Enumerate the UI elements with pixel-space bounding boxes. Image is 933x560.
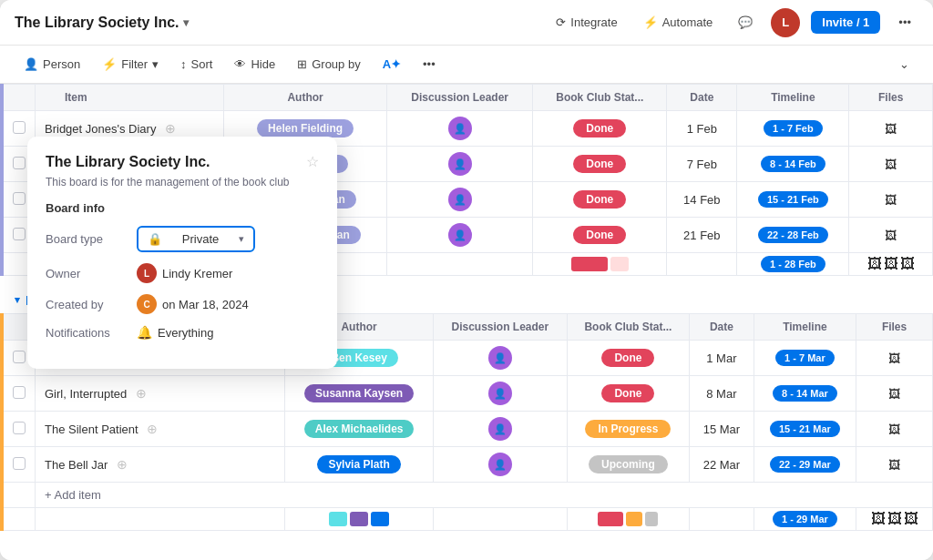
notifications-label: Notifications [46,326,128,340]
popup-overlay: The Library Society Inc. ☆ This board is… [0,84,933,560]
created-avatar: C [137,294,157,314]
created-by-value: C on Mar 18, 2024 [137,294,249,314]
automate-icon: ⚡ [643,15,658,29]
lock-icon: 🔒 [148,232,162,246]
hide-button[interactable]: 👁 Hide [225,54,284,75]
created-date: on Mar 18, 2024 [162,298,249,311]
group-label: Group by [312,57,360,71]
toolbar: 👤 Person ⚡ Filter ▾ ↕ Sort 👁 Hide ⊞ Grou… [0,46,933,84]
automate-button[interactable]: ⚡ Automate [636,12,721,33]
person-icon: 👤 [24,57,38,71]
integrate-icon: ⟳ [556,15,566,29]
filter-chevron-icon: ▾ [152,57,159,71]
invite-button[interactable]: Invite / 1 [811,11,880,34]
hide-label: Hide [251,57,275,71]
star-icon[interactable]: ☆ [306,153,319,170]
integrate-button[interactable]: ⟳ Integrate [549,12,624,33]
chat-button[interactable]: 💬 [731,12,760,33]
sort-icon: ↕ [180,57,187,71]
board-type-value: Private [182,232,219,246]
board-type-row: Board type 🔒 Private ▾ [46,226,319,252]
top-bar: The Library Society Inc. ▾ ⟳ Integrate ⚡… [0,0,933,46]
owner-avatar: L [137,263,157,283]
main-content[interactable]: The Library Society Inc. ☆ This board is… [0,84,933,560]
board-type-select[interactable]: 🔒 Private ▾ [137,226,255,252]
toolbar-more-icon: ••• [423,57,436,71]
board-info-popup: The Library Society Inc. ☆ This board is… [27,137,337,369]
chat-icon: 💬 [738,15,753,29]
bell-icon: 🔔 [137,325,152,340]
popup-header: The Library Society Inc. ☆ [46,153,319,170]
owner-value: L Lindy Kremer [137,263,232,283]
board-title[interactable]: The Library Society Inc. ▾ [15,15,189,31]
created-by-row: Created by C on Mar 18, 2024 [46,294,319,314]
more-options-button[interactable]: ••• [891,12,918,33]
board-type-label: Board type [46,232,128,246]
board-info-label: Board info [46,201,319,215]
group-icon: ⊞ [297,57,307,71]
integrate-label: Integrate [570,15,617,29]
app-window: The Library Society Inc. ▾ ⟳ Integrate ⚡… [0,0,933,560]
notifications-text: Everything [158,326,213,340]
toolbar-more-button[interactable]: ••• [414,54,445,75]
automate-label: Automate [662,15,713,29]
popup-title: The Library Society Inc. [46,154,210,170]
board-title-chevron-icon[interactable]: ▾ [183,16,189,29]
person-label: Person [43,57,80,71]
filter-icon: ⚡ [102,57,117,71]
person-button[interactable]: 👤 Person [15,54,89,75]
filter-button[interactable]: ⚡ Filter ▾ [93,54,168,75]
hide-icon: 👁 [234,57,246,71]
top-bar-right: ⟳ Integrate ⚡ Automate 💬 L Invite / 1 ••… [549,8,918,37]
owner-label: Owner [46,267,128,280]
ai-button[interactable]: A✦ [374,54,410,75]
owner-row: Owner L Lindy Kremer [46,263,319,283]
top-bar-left: The Library Society Inc. ▾ [15,15,189,31]
group-button[interactable]: ⊞ Group by [288,54,369,75]
sort-button[interactable]: ↕ Sort [171,54,221,75]
toolbar-right: ⌄ [890,54,918,75]
user-avatar[interactable]: L [771,8,800,37]
board-title-text: The Library Society Inc. [15,15,179,31]
popup-desc: This board is for the management of the … [46,176,319,188]
more-options-icon: ••• [898,15,911,29]
created-by-label: Created by [46,298,128,311]
select-chevron-icon: ▾ [239,233,244,245]
invite-label: Invite / 1 [822,15,869,29]
ai-icon: A✦ [383,57,401,71]
sort-label: Sort [191,57,213,71]
collapse-button[interactable]: ⌄ [890,54,918,75]
collapse-icon: ⌄ [899,57,909,71]
owner-name: Lindy Kremer [162,267,232,280]
notifications-row: Notifications 🔔 Everything [46,325,319,340]
filter-label: Filter [121,57,148,71]
notifications-value: 🔔 Everything [137,325,213,340]
